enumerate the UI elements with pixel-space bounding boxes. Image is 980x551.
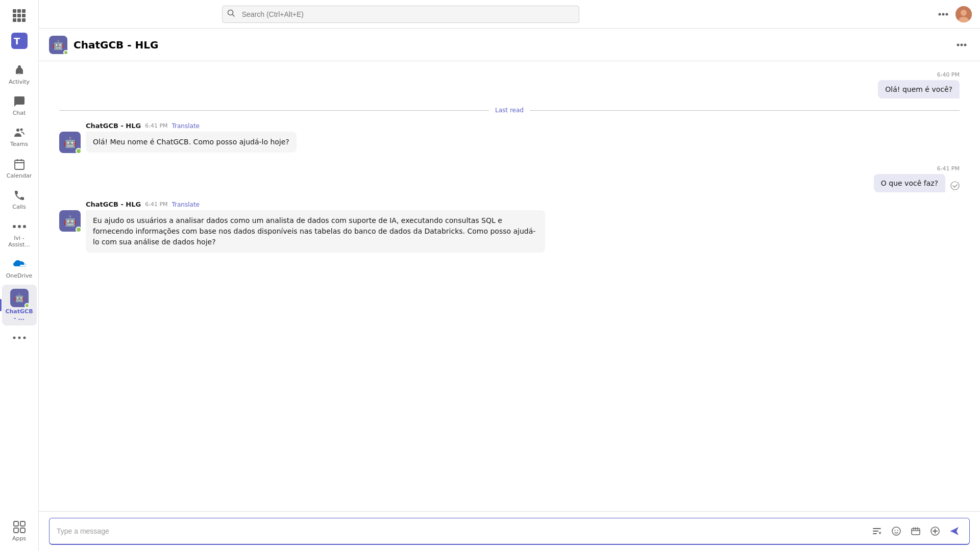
teams-logo: T — [7, 29, 32, 55]
svg-point-16 — [938, 13, 941, 15]
svg-point-9 — [18, 336, 20, 339]
sidebar-item-assistant[interactable]: Ivi - Assist... — [2, 215, 37, 252]
incoming-bubble-wrap-1: 🤖 Olá! Meu nome é ChatGCB. Como posso aj… — [59, 132, 297, 153]
message-time-3: 6:41 PM — [937, 165, 960, 172]
search-icon — [227, 9, 235, 19]
incoming-meta-1: ChatGCB - HLG 6:41 PM Translate — [59, 122, 200, 130]
svg-rect-4 — [15, 160, 24, 169]
message-input-box — [49, 518, 970, 545]
sidebar-item-chatgcb[interactable]: 🤖 ChatGCB - ... — [2, 285, 37, 325]
messages-area: 6:40 PM Olá! quem é você? Last read Chat… — [39, 61, 980, 511]
incoming-avatar-online-2 — [76, 227, 82, 233]
message-row-outgoing-1: 6:40 PM Olá! quem é você? — [59, 71, 960, 98]
format-button[interactable] — [869, 523, 885, 539]
chat-header-right — [953, 37, 970, 53]
sidebar-item-calendar[interactable]: Calendar — [2, 153, 37, 183]
chat-bot-avatar: 🤖 — [49, 36, 67, 54]
sidebar-item-waffle[interactable] — [2, 4, 37, 27]
topbar-more-button[interactable] — [935, 6, 951, 22]
sidebar-item-chat[interactable]: Chat — [2, 90, 37, 120]
search-input[interactable] — [222, 6, 579, 23]
incoming-avatar-2: 🤖 — [59, 210, 81, 232]
last-read-divider: Last read — [59, 107, 960, 114]
last-read-label: Last read — [495, 107, 524, 114]
svg-point-28 — [897, 530, 898, 531]
svg-rect-12 — [20, 521, 25, 526]
input-actions — [869, 523, 962, 539]
svg-point-22 — [957, 43, 960, 46]
chat-header: 🤖 ChatGCB - HLG — [39, 29, 980, 61]
chat-more-button[interactable] — [953, 37, 970, 53]
activity-icon — [12, 63, 27, 78]
incoming-bubble-1: Olá! Meu nome é ChatGCB. Como posso ajud… — [86, 132, 297, 153]
svg-point-17 — [942, 13, 944, 15]
incoming-avatar-online-1 — [76, 148, 82, 154]
sidebar-item-onedrive[interactable]: OneDrive — [2, 253, 37, 283]
message-row-incoming-1: ChatGCB - HLG 6:41 PM Translate 🤖 Olá! M… — [59, 122, 960, 153]
sidebar-item-chat-label: Chat — [13, 110, 26, 116]
sidebar-item-apps-label: Apps — [12, 535, 26, 542]
waffle-icon — [12, 8, 27, 22]
sidebar-item-calls[interactable]: Calls — [2, 184, 37, 214]
svg-point-2 — [16, 129, 19, 132]
translate-link-2[interactable]: Translate — [172, 201, 200, 208]
sidebar: T Activity Chat Teams — [0, 0, 39, 551]
svg-point-20 — [961, 10, 967, 16]
svg-point-5 — [13, 225, 16, 228]
svg-point-8 — [13, 336, 15, 339]
sidebar-item-chatgcb-label: ChatGCB - ... — [4, 308, 35, 321]
svg-point-18 — [945, 13, 948, 15]
svg-point-7 — [23, 225, 26, 228]
divider-right — [530, 110, 960, 111]
svg-point-25 — [951, 182, 959, 190]
svg-point-6 — [18, 225, 21, 228]
incoming-sender-1: ChatGCB - HLG — [86, 122, 141, 130]
chat-icon — [12, 94, 27, 109]
incoming-time-2: 6:41 PM — [145, 201, 167, 208]
svg-rect-13 — [14, 528, 18, 533]
sidebar-item-more[interactable] — [2, 327, 37, 349]
sticker-button[interactable] — [908, 523, 923, 539]
incoming-bubble-2: Eu ajudo os usuários a analisar dados co… — [86, 210, 545, 253]
incoming-avatar-1: 🤖 — [59, 132, 81, 153]
outgoing-bubble-row-2: O que você faz? — [874, 174, 960, 192]
chatgcb-icon: 🤖 — [10, 289, 29, 307]
sidebar-item-assistant-label: Ivi - Assist... — [4, 235, 35, 248]
topbar — [39, 0, 980, 29]
delivered-icon — [950, 181, 960, 192]
svg-text:T: T — [14, 36, 20, 46]
divider-left — [59, 110, 489, 111]
svg-rect-11 — [14, 521, 18, 526]
calls-icon — [12, 188, 27, 203]
sidebar-item-calls-label: Calls — [12, 204, 26, 210]
emoji-button[interactable] — [889, 523, 904, 539]
assistant-icon — [12, 219, 27, 234]
search-bar — [222, 6, 579, 23]
calendar-icon — [12, 157, 27, 171]
incoming-bubble-wrap-2: 🤖 Eu ajudo os usuários a analisar dados … — [59, 210, 545, 253]
chat-title: ChatGCB - HLG — [74, 39, 158, 51]
message-row-outgoing-2: 6:41 PM O que você faz? — [59, 165, 960, 192]
message-time-1: 6:40 PM — [937, 71, 960, 78]
sidebar-item-activity[interactable]: Activity — [2, 59, 37, 89]
svg-point-26 — [892, 527, 900, 535]
main-content: 🤖 ChatGCB - HLG 6:40 PM Olá! quem é você… — [39, 0, 980, 551]
onedrive-icon — [12, 257, 27, 271]
attach-button[interactable] — [927, 523, 943, 539]
svg-rect-14 — [20, 528, 25, 533]
send-button[interactable] — [947, 523, 962, 539]
sidebar-item-apps[interactable]: Apps — [2, 516, 37, 546]
incoming-time-1: 6:41 PM — [145, 122, 167, 129]
message-input[interactable] — [57, 527, 864, 535]
incoming-meta-2: ChatGCB - HLG 6:41 PM Translate — [59, 201, 200, 208]
svg-point-27 — [895, 530, 896, 531]
apps-icon — [12, 520, 27, 534]
sidebar-item-onedrive-label: OneDrive — [6, 272, 33, 279]
teams-nav-icon — [12, 126, 27, 140]
sidebar-item-teams[interactable]: Teams — [2, 121, 37, 152]
message-input-area — [39, 511, 980, 551]
translate-link-1[interactable]: Translate — [172, 122, 200, 130]
svg-point-10 — [23, 336, 26, 339]
message-row-incoming-2: ChatGCB - HLG 6:41 PM Translate 🤖 Eu aju… — [59, 201, 960, 253]
user-avatar[interactable] — [955, 6, 972, 22]
